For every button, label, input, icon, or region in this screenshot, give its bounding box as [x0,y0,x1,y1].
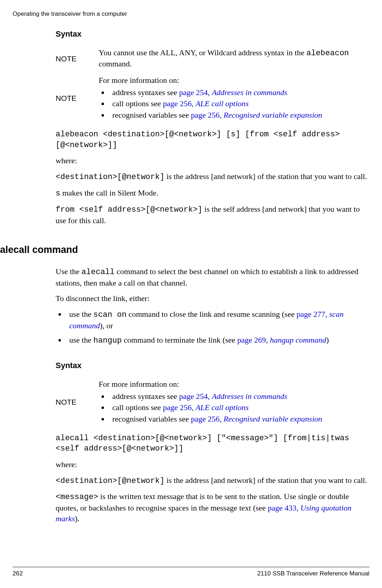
list-item: use the scan on command to close the lin… [66,309,369,331]
param-description: <destination>[@network] is the address [… [56,475,369,486]
xref-link[interactable]: Recognised variable expansion [223,414,322,423]
inline-code: alebeacon [306,49,349,58]
note-intro: For more information on: [99,75,369,86]
page-number: 262 [13,570,23,578]
xref-link[interactable]: hangup command [270,335,326,344]
list-item: use the hangup command to terminate the … [66,335,369,346]
page-body: Syntax NOTE You cannot use the ALL, ANY,… [56,29,369,529]
running-header: Operating the transceiver from a compute… [13,10,127,18]
xref-link[interactable]: Recognised variable expansion [223,110,322,119]
list-item: recognised variables see page 256, Recog… [109,414,369,424]
text: address syntaxes see [112,88,179,97]
note-text: command. [99,59,132,68]
xref-link[interactable]: page 254, [179,88,212,97]
inline-code: from <self address>[@<network>] [56,205,202,214]
xref-link[interactable]: page 256, [163,403,195,412]
note-body: You cannot use the ALL, ANY, or Wildcard… [99,47,369,71]
xref-link[interactable]: page 433, [268,503,300,512]
inline-code: s [56,189,60,198]
command-syntax: alecall <destination>[@<network>] ["<mes… [56,433,369,454]
note-intro: For more information on: [99,379,369,390]
paragraph: To disconnect the link, either: [56,293,369,304]
list-item: recognised variables see page 256, Recog… [109,110,369,121]
section-heading-alecall: alecall command [0,243,369,256]
note-list: address syntaxes see page 254, Addresses… [99,87,369,121]
bullet-list: use the scan on command to close the lin… [56,309,369,346]
xref-link[interactable]: page 269, [237,335,270,344]
text: call options see [112,403,163,412]
xref-link[interactable]: ALE call options [195,403,249,412]
text: Use the [56,267,81,276]
command-syntax: alebeacon <destination>[@<network>] [s] … [56,129,369,150]
xref-link[interactable]: page 256, [191,110,223,119]
paragraph: Use the alecall command to select the be… [56,266,369,288]
text: recognised variables see [112,110,191,119]
text: is the address [and network] of the stat… [165,172,367,181]
xref-link[interactable]: page 254, [179,392,212,401]
note-body: For more information on: address syntaxe… [99,75,369,122]
xref-link[interactable]: Addresses in commands [212,88,287,97]
inline-code: <destination>[@network] [56,173,165,182]
list-item: call options see page 256, ALE call opti… [109,98,369,109]
note-body: For more information on: address syntaxe… [99,379,369,426]
inline-code: scan on [93,310,126,319]
note-row-3: NOTE For more information on: address sy… [56,379,369,426]
text: is the address [and network] of the stat… [165,476,367,485]
text: recognised variables see [112,414,191,423]
inline-code: alecall [81,268,114,277]
text: ), or [100,321,113,330]
note-label: NOTE [56,397,99,407]
footer-title: 2110 SSB Transceiver Reference Manual [257,570,369,578]
text: makes the call in Silent Mode. [60,188,158,197]
xref-link[interactable]: ALE call options [195,99,249,108]
note-label: NOTE [56,54,99,64]
where-label: where: [56,459,369,470]
text: use the [69,335,93,344]
text: use the [69,310,93,319]
inline-code: <destination>[@network] [56,476,165,485]
list-item: address syntaxes see page 254, Addresses… [109,391,369,402]
note-list: address syntaxes see page 254, Addresses… [99,391,369,424]
note-label: NOTE [56,93,99,103]
note-row-2: NOTE For more information on: address sy… [56,75,369,122]
text: ) [326,335,329,344]
text: command to close the link and resume sca… [127,310,297,319]
inline-code: <message> [56,493,98,502]
list-item: address syntaxes see page 254, Addresses… [109,87,369,98]
footer-rule [13,567,369,567]
list-item: call options see page 256, ALE call opti… [109,402,369,413]
xref-link[interactable]: page 277, [297,310,329,319]
text: command to terminate the link (see [122,335,237,344]
text: address syntaxes see [112,392,179,401]
note-row-1: NOTE You cannot use the ALL, ANY, or Wil… [56,47,369,71]
page: Operating the transceiver from a compute… [0,0,382,588]
syntax-heading-2: Syntax [56,360,369,371]
text: ). [75,514,80,523]
text: call options see [112,99,163,108]
xref-link[interactable]: Addresses in commands [212,392,287,401]
xref-link[interactable]: page 256, [163,99,195,108]
param-description: s makes the call in Silent Mode. [56,188,369,199]
param-description: from <self address>[@<network>] is the s… [56,204,369,226]
param-description: <destination>[@network] is the address [… [56,171,369,183]
note-text: You cannot use the ALL, ANY, or Wildcard… [99,48,306,57]
where-label: where: [56,155,369,166]
inline-code: hangup [93,336,122,345]
xref-link[interactable]: page 256, [191,414,223,423]
syntax-heading-1: Syntax [56,29,369,39]
param-description: <message> is the written text message th… [56,491,369,524]
